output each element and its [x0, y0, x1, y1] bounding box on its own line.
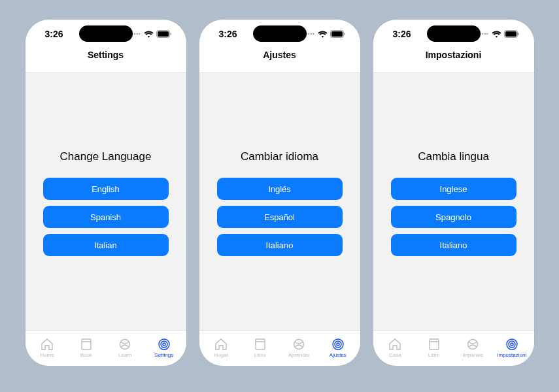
phone-italian: 3:26 •••• Impostazioni Cambia lingua Ing… [373, 20, 534, 366]
tab-learn[interactable]: Aprender [280, 338, 319, 358]
language-spanish-button[interactable]: Español [217, 206, 343, 228]
settings-content: Cambia lingua Inglese Spagnolo Italiano [373, 73, 534, 330]
svg-point-5 [120, 339, 130, 349]
battery-icon [330, 30, 346, 38]
phone-english: 3:26 •••• Settings Change Language Engli… [25, 20, 186, 366]
svg-rect-20 [518, 33, 519, 35]
change-language-heading: Change Language [60, 150, 152, 163]
house-icon [388, 338, 402, 351]
svg-rect-3 [82, 339, 91, 350]
language-english-button[interactable]: English [43, 178, 169, 200]
tab-bar: Home Book Learn Settings [25, 330, 186, 366]
tab-book[interactable]: Libro [241, 338, 280, 358]
tab-bar: Casa Libro Imparare Impostazioni [373, 330, 534, 366]
settings-content: Cambiar idioma Inglés Español Italiano [199, 73, 360, 330]
tab-label: Impostazioni [497, 352, 526, 358]
svg-rect-1 [158, 31, 169, 37]
svg-point-26 [511, 343, 513, 346]
tab-book[interactable]: Libro [415, 338, 454, 358]
language-spanish-button[interactable]: Spanish [43, 206, 169, 228]
svg-rect-2 [170, 33, 171, 35]
language-english-button[interactable]: Inglese [391, 178, 517, 200]
tab-home[interactable]: Home [28, 338, 67, 358]
svg-point-17 [337, 343, 339, 346]
language-italian-button[interactable]: Italiano [391, 234, 517, 256]
wifi-icon [318, 31, 328, 38]
svg-rect-21 [430, 339, 439, 350]
tab-label: Learn [118, 352, 131, 358]
change-language-heading: Cambiar idioma [241, 150, 318, 163]
svg-point-7 [161, 341, 167, 348]
tab-settings[interactable]: Impostazioni [492, 338, 532, 358]
tab-home[interactable]: Casa [376, 338, 415, 358]
language-english-button[interactable]: Inglés [217, 178, 343, 200]
book-icon [428, 338, 441, 351]
dynamic-island [253, 25, 307, 42]
status-bar: 3:26 •••• [373, 20, 534, 48]
svg-rect-12 [256, 339, 265, 350]
status-indicators: •••• [131, 30, 172, 38]
tab-book[interactable]: Book [67, 338, 106, 358]
globe-icon [118, 338, 131, 351]
tab-label: Home [41, 352, 54, 358]
svg-rect-11 [344, 33, 345, 35]
phone-spanish: 3:26 •••• Ajustes Cambiar idioma Inglés … [199, 20, 360, 366]
status-time: 3:26 [393, 29, 411, 39]
wifi-icon [492, 31, 501, 38]
tab-label: Settings [154, 352, 173, 358]
tab-label: Aprender [288, 352, 310, 358]
nav-title: Impostazioni [426, 50, 482, 60]
status-indicators: •••• [305, 30, 346, 38]
svg-rect-19 [505, 31, 517, 37]
language-italian-button[interactable]: Italian [43, 234, 169, 256]
tab-settings[interactable]: Ajustes [318, 338, 358, 358]
house-icon [214, 338, 228, 351]
language-italian-button[interactable]: Italiano [217, 234, 343, 256]
battery-icon [156, 30, 172, 38]
nav-bar: Ajustes [199, 48, 360, 73]
cellular-dots-icon: •••• [131, 31, 141, 37]
svg-point-16 [335, 341, 341, 348]
svg-point-23 [468, 339, 478, 349]
tab-learn[interactable]: Learn [106, 338, 145, 358]
svg-point-14 [294, 339, 304, 349]
wifi-icon [144, 31, 154, 38]
fingerprint-icon [331, 338, 345, 351]
tab-label: Hogar [214, 352, 228, 358]
tab-learn[interactable]: Imparare [454, 338, 493, 358]
status-indicators: •••• [479, 30, 520, 38]
dynamic-island [427, 25, 481, 42]
fingerprint-icon [505, 338, 518, 351]
nav-title: Settings [88, 50, 124, 60]
dynamic-island [79, 25, 133, 42]
svg-point-8 [163, 343, 165, 346]
settings-content: Change Language English Spanish Italian [25, 73, 186, 330]
language-spanish-button[interactable]: Spagnolo [391, 206, 517, 228]
status-time: 3:26 [219, 29, 237, 39]
tab-label: Libro [428, 352, 440, 358]
tab-home[interactable]: Hogar [202, 338, 241, 358]
nav-title: Ajustes [263, 50, 296, 60]
fingerprint-icon [158, 338, 171, 351]
book-icon [80, 338, 93, 351]
tab-label: Ajustes [330, 352, 347, 358]
change-language-heading: Cambia lingua [418, 150, 489, 163]
globe-icon [292, 338, 305, 351]
book-icon [254, 338, 267, 351]
nav-bar: Impostazioni [373, 48, 534, 73]
svg-rect-10 [331, 31, 343, 37]
svg-point-25 [509, 341, 515, 348]
cellular-dots-icon: •••• [305, 31, 315, 37]
status-bar: 3:26 •••• [199, 20, 360, 48]
nav-bar: Settings [25, 48, 186, 73]
tab-label: Book [80, 352, 92, 358]
status-time: 3:26 [45, 29, 63, 39]
cellular-dots-icon: •••• [479, 31, 489, 37]
tab-settings[interactable]: Settings [144, 338, 184, 358]
tab-label: Casa [389, 352, 401, 358]
tab-bar: Hogar Libro Aprender Ajustes [199, 330, 360, 366]
house-icon [40, 338, 54, 351]
tab-label: Imparare [462, 352, 483, 358]
tab-label: Libro [254, 352, 266, 358]
status-bar: 3:26 •••• [25, 20, 186, 48]
